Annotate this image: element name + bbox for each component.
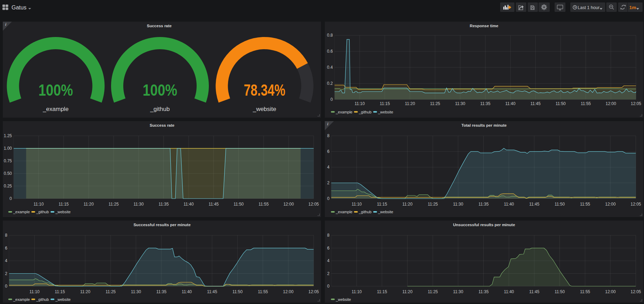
- svg-text:_github: _github: [36, 297, 49, 302]
- svg-text:11:30: 11:30: [453, 202, 463, 207]
- svg-text:11:30: 11:30: [131, 289, 141, 294]
- svg-text:8: 8: [327, 233, 330, 238]
- svg-text:2: 2: [327, 180, 330, 185]
- svg-text:4: 4: [5, 258, 7, 263]
- svg-text:11:55: 11:55: [258, 289, 268, 294]
- svg-text:Success rate: Success rate: [147, 24, 172, 28]
- svg-text:11:45: 11:45: [208, 202, 219, 207]
- svg-text:i: i: [5, 23, 6, 27]
- svg-text:11:50: 11:50: [555, 289, 565, 294]
- svg-text:Unsuccessful results per minut: Unsuccessful results per minute: [453, 223, 515, 227]
- svg-text:11:10: 11:10: [352, 289, 362, 294]
- svg-text:8: 8: [5, 233, 7, 238]
- svg-text:_example: _example: [13, 297, 30, 302]
- svg-text:12:05: 12:05: [630, 202, 641, 207]
- svg-text:11:10: 11:10: [34, 202, 44, 207]
- svg-text:6: 6: [327, 149, 330, 154]
- svg-text:Success rate: Success rate: [150, 123, 175, 127]
- svg-text:6: 6: [5, 246, 7, 251]
- svg-text:11:30: 11:30: [453, 289, 463, 294]
- svg-text:0: 0: [330, 97, 333, 102]
- svg-text:_github: _github: [359, 210, 372, 214]
- svg-text:0.25: 0.25: [4, 184, 12, 188]
- svg-text:11:25: 11:25: [428, 202, 438, 207]
- svg-text:Successful results per minute: Successful results per minute: [133, 223, 191, 227]
- svg-text:i: i: [327, 122, 328, 126]
- svg-text:11:40: 11:40: [504, 202, 514, 207]
- svg-text:11:50: 11:50: [556, 101, 566, 106]
- svg-text:1.00: 1.00: [4, 146, 12, 151]
- svg-text:Total results per minute: Total results per minute: [461, 123, 507, 127]
- svg-text:11:50: 11:50: [232, 289, 242, 294]
- svg-text:Response time: Response time: [470, 24, 498, 28]
- svg-text:12:05: 12:05: [630, 289, 641, 294]
- svg-text:12:05: 12:05: [308, 289, 319, 294]
- svg-text:11:25: 11:25: [430, 101, 440, 106]
- svg-text:100%: 100%: [143, 81, 177, 99]
- svg-text:100%: 100%: [38, 81, 73, 99]
- svg-text:11:15: 11:15: [377, 289, 387, 294]
- svg-text:11:30: 11:30: [133, 202, 144, 207]
- svg-text:11:15: 11:15: [55, 289, 65, 294]
- svg-text:4: 4: [327, 165, 330, 170]
- svg-text:11:45: 11:45: [530, 101, 541, 106]
- svg-text:12:00: 12:00: [605, 289, 616, 294]
- svg-text:0: 0: [327, 284, 330, 289]
- svg-text:11:35: 11:35: [478, 289, 489, 294]
- svg-text:11:20: 11:20: [83, 202, 94, 207]
- svg-text:11:50: 11:50: [234, 202, 244, 207]
- svg-text:11:40: 11:40: [184, 202, 194, 207]
- svg-text:_example: _example: [336, 210, 353, 214]
- svg-text:0.75: 0.75: [4, 158, 12, 163]
- svg-text:6: 6: [327, 246, 330, 251]
- svg-text:11:45: 11:45: [207, 289, 217, 294]
- svg-text:_example: _example: [43, 106, 69, 112]
- svg-text:12:05: 12:05: [308, 202, 319, 207]
- svg-text:0: 0: [5, 284, 7, 289]
- svg-text:11:55: 11:55: [580, 289, 590, 294]
- svg-text:_example: _example: [336, 110, 353, 114]
- svg-text:11:25: 11:25: [428, 289, 438, 294]
- svg-text:11:55: 11:55: [580, 202, 590, 207]
- svg-text:_website: _website: [253, 106, 276, 112]
- svg-text:0: 0: [327, 196, 330, 201]
- svg-text:11:25: 11:25: [105, 289, 116, 294]
- svg-text:_website: _website: [55, 297, 71, 302]
- svg-text:11:45: 11:45: [529, 202, 539, 207]
- svg-text:11:10: 11:10: [29, 289, 39, 294]
- svg-text:11:40: 11:40: [505, 101, 515, 106]
- svg-text:0.8: 0.8: [327, 33, 333, 38]
- svg-text:Last 1 hour: Last 1 hour: [578, 5, 600, 10]
- svg-text:11:20: 11:20: [405, 101, 415, 106]
- svg-text:_website: _website: [336, 297, 351, 302]
- svg-text:11:35: 11:35: [480, 101, 490, 106]
- svg-text:_github: _github: [36, 210, 49, 214]
- svg-text:_github: _github: [359, 110, 372, 114]
- svg-text:_website: _website: [55, 210, 71, 214]
- svg-text:11:15: 11:15: [59, 202, 69, 207]
- svg-text:11:15: 11:15: [380, 101, 390, 106]
- svg-text:11:35: 11:35: [156, 289, 166, 294]
- svg-text:12:05: 12:05: [631, 101, 641, 106]
- svg-text:0.6: 0.6: [327, 49, 333, 54]
- svg-text:_example: _example: [13, 210, 30, 214]
- svg-text:12:00: 12:00: [283, 289, 293, 294]
- svg-text:0.2: 0.2: [327, 81, 333, 86]
- svg-text:11:10: 11:10: [354, 101, 365, 106]
- svg-text:11:35: 11:35: [159, 202, 169, 207]
- svg-text:11:55: 11:55: [581, 101, 591, 106]
- svg-text:1.25: 1.25: [4, 133, 12, 138]
- svg-text:12:00: 12:00: [605, 202, 616, 207]
- svg-text:11:35: 11:35: [478, 202, 489, 207]
- svg-text:11:15: 11:15: [377, 202, 387, 207]
- svg-text:0: 0: [9, 196, 12, 201]
- svg-text:12:00: 12:00: [283, 202, 294, 207]
- svg-text:8: 8: [327, 133, 330, 138]
- svg-text:0.50: 0.50: [4, 171, 12, 176]
- svg-text:11:30: 11:30: [455, 101, 465, 106]
- svg-text:1m: 1m: [629, 5, 636, 10]
- svg-text:_website: _website: [378, 110, 393, 114]
- svg-text:11:40: 11:40: [504, 289, 514, 294]
- svg-text:4: 4: [327, 258, 330, 263]
- svg-text:11:20: 11:20: [402, 289, 412, 294]
